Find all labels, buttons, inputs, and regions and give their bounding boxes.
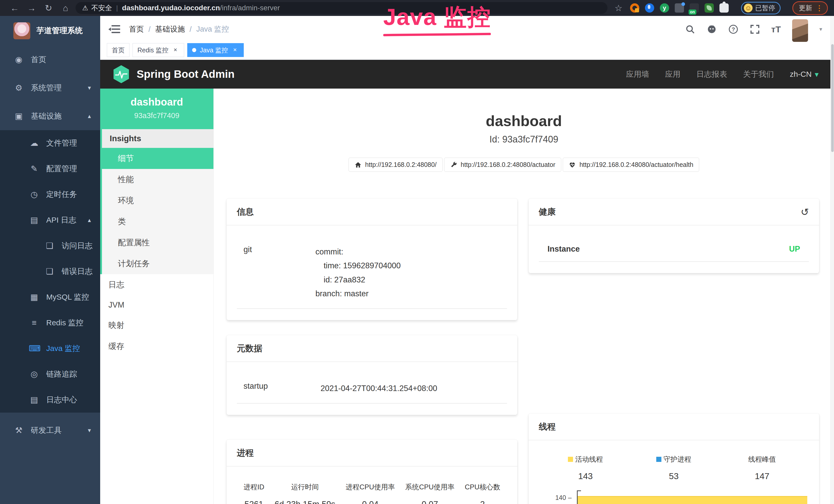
- chevron-down-icon: ▾: [88, 84, 91, 91]
- github-icon[interactable]: [707, 24, 717, 35]
- url-path: /infra/admin-server: [220, 4, 280, 12]
- sba-item-metrics[interactable]: 性能: [102, 169, 214, 190]
- sba-item-classes[interactable]: 类: [102, 211, 214, 232]
- threads-card-title: 线程: [539, 421, 556, 433]
- tab-redis-monitor[interactable]: Redis 监控 ×: [133, 43, 184, 57]
- sidebar-item-system-mgmt[interactable]: ⚙ 系统管理 ▾: [0, 74, 100, 102]
- sidebar-item-config-mgmt[interactable]: ✎ 配置管理: [0, 156, 100, 182]
- sidebar-item-redis-monitor[interactable]: ≡ Redis 监控: [0, 310, 100, 336]
- sidebar-item-access-logs[interactable]: ❏ 访问日志: [0, 233, 100, 258]
- extensions-puzzle-icon[interactable]: [720, 3, 729, 13]
- locale-selector[interactable]: zh-CN ▾: [790, 70, 818, 79]
- help-icon[interactable]: ?: [728, 24, 739, 35]
- extension-y-icon[interactable]: y: [660, 3, 669, 13]
- info-card-title: 信息: [237, 206, 254, 218]
- sidebar-item-api-logs[interactable]: ▤ API 日志 ▴: [0, 207, 100, 233]
- sba-nav-applications[interactable]: 应用: [665, 69, 680, 79]
- chevron-down-icon: ▾: [88, 427, 91, 434]
- app-logo-row[interactable]: 芋道管理系统: [0, 16, 100, 45]
- admin-header: 首页 / 基础设施 / Java 监控 ? тT: [100, 16, 834, 43]
- tab-home[interactable]: 首页: [107, 43, 129, 57]
- sidebar-item-home[interactable]: ◉ 首页: [0, 45, 100, 74]
- process-uptime: 运行时间 6d 23h 15m 59s: [272, 482, 337, 504]
- fullscreen-icon[interactable]: [750, 24, 760, 35]
- timer-icon: ◷: [29, 189, 40, 199]
- sba-item-scheduled-tasks[interactable]: 计划任务: [102, 253, 214, 274]
- browser-forward-icon[interactable]: →: [23, 3, 40, 13]
- sidebar-item-tracing[interactable]: ◎ 链路追踪: [0, 361, 100, 387]
- sba-item-caches[interactable]: 缓存: [100, 336, 214, 357]
- sba-nav-about[interactable]: 关于我们: [743, 69, 774, 79]
- process-card: 进程 进程ID 5261 运行时间: [226, 439, 517, 504]
- extension-leaf-icon[interactable]: [705, 3, 714, 13]
- browser-menu-kebab-icon[interactable]: ⋮: [816, 4, 823, 12]
- svg-text:?: ?: [731, 26, 735, 32]
- active-tab-dot: [192, 48, 196, 52]
- sidebar-item-infrastructure[interactable]: ▣ 基础设施 ▴: [0, 102, 100, 130]
- bookmark-star-icon[interactable]: ☆: [613, 3, 624, 13]
- browser-back-icon[interactable]: ←: [6, 3, 23, 13]
- threads-chart-plot: [577, 494, 809, 504]
- extension-switch-icon[interactable]: on: [690, 3, 699, 13]
- sba-item-logs[interactable]: 日志: [100, 274, 214, 295]
- sidebar-item-log-center[interactable]: ▤ 日志中心: [0, 387, 100, 413]
- extension-grid-icon[interactable]: [675, 3, 684, 13]
- avatar-caret-down-icon[interactable]: ▾: [819, 26, 822, 32]
- font-size-icon[interactable]: тT: [771, 24, 781, 35]
- home-icon: [354, 161, 361, 168]
- close-icon[interactable]: ×: [172, 46, 179, 54]
- health-url-button[interactable]: http://192.168.0.2:48080/actuator/health: [563, 158, 699, 172]
- breadcrumb-infrastructure[interactable]: 基础设施: [155, 24, 185, 35]
- sidebar-item-java-monitor[interactable]: ⌨ Java 监控: [0, 336, 100, 361]
- sidebar-item-mysql-monitor[interactable]: ▦ MySQL 监控: [0, 284, 100, 310]
- sba-item-jvm[interactable]: JVM: [100, 295, 214, 315]
- process-metrics-row: 进程ID 5261 运行时间 6d 23h 15m 59s 进程CPU使用率: [237, 481, 507, 504]
- threads-card: 线程 活动线程 143 守护进程: [529, 413, 819, 504]
- info-card: 信息 git commit: time: 1596289704000 id: 2…: [226, 199, 517, 320]
- health-history-icon[interactable]: ↺: [800, 206, 809, 218]
- breadcrumb-home[interactable]: 首页: [129, 24, 144, 35]
- tag-tabs-bar: 首页 Redis 监控 × Java 监控 ×: [100, 43, 834, 60]
- service-url-button[interactable]: http://192.168.0.2:48080/: [349, 158, 443, 172]
- sba-item-config-props[interactable]: 配置属性: [102, 232, 214, 253]
- process-cpu-usage: 进程CPU使用率 0.04: [344, 482, 397, 504]
- sba-brand-title[interactable]: Spring Boot Admin: [137, 68, 235, 81]
- sidebar-collapse-icon[interactable]: [109, 25, 120, 33]
- search-icon[interactable]: [685, 24, 695, 35]
- address-bar[interactable]: ⚠ 不安全 | dashboard.yudao.iocoder.cn /infr…: [75, 2, 608, 14]
- live-threads-swatch: [568, 457, 573, 462]
- breadcrumb-current: Java 监控: [196, 24, 229, 35]
- sba-item-mappings[interactable]: 映射: [100, 315, 214, 336]
- sidebar-item-scheduled-jobs[interactable]: ◷ 定时任务: [0, 182, 100, 207]
- health-instance-row[interactable]: Instance UP: [539, 238, 809, 262]
- threads-live: 活动线程 143: [542, 455, 630, 481]
- live-threads-area: [578, 496, 808, 504]
- browser-home-icon[interactable]: ⌂: [57, 3, 74, 13]
- sba-item-environment[interactable]: 环境: [102, 190, 214, 211]
- instance-header[interactable]: dashboard 93a3fc7f7409: [100, 89, 214, 129]
- actuator-url-button[interactable]: http://192.168.0.2:48080/actuator: [444, 158, 561, 172]
- user-avatar[interactable]: [792, 19, 808, 42]
- chevron-down-icon: ▾: [815, 70, 818, 79]
- browser-update-button[interactable]: 更新 ⋮: [792, 1, 828, 15]
- scrollbar-thumb[interactable]: [831, 44, 834, 152]
- sidebar-item-dev-tools[interactable]: ⚒ 研发工具 ▾: [0, 416, 100, 444]
- profile-avatar-emoji: ☺: [744, 4, 752, 12]
- metadata-startup-row: startup 2021-04-27T00:44:31.254+08:00: [237, 375, 507, 404]
- sba-item-details[interactable]: 细节: [102, 148, 214, 169]
- sidebar-item-error-logs[interactable]: ❏ 错误日志: [0, 258, 100, 284]
- tab-java-monitor[interactable]: Java 监控 ×: [187, 43, 244, 57]
- url-separator: |: [116, 4, 118, 12]
- sba-nav-journal[interactable]: 日志报表: [696, 69, 727, 79]
- sidebar-item-file-mgmt[interactable]: ☁ 文件管理: [0, 130, 100, 156]
- browser-toolbar: ← → ↻ ⌂ ⚠ 不安全 | dashboard.yudao.iocoder.…: [0, 0, 834, 16]
- close-icon[interactable]: ×: [231, 46, 239, 54]
- extension-colorzilla-icon[interactable]: [630, 3, 639, 13]
- page-scrollbar[interactable]: [830, 16, 834, 504]
- info-git-row: git commit: time: 1596289704000 id: 27aa…: [237, 238, 507, 309]
- monitor-icon: ▣: [13, 111, 24, 121]
- profile-paused-chip[interactable]: ☺ 已暂停: [741, 2, 781, 15]
- extension-pin-icon[interactable]: [645, 3, 654, 13]
- browser-reload-icon[interactable]: ↻: [40, 3, 57, 13]
- sba-nav-wallboard[interactable]: 应用墙: [626, 69, 649, 79]
